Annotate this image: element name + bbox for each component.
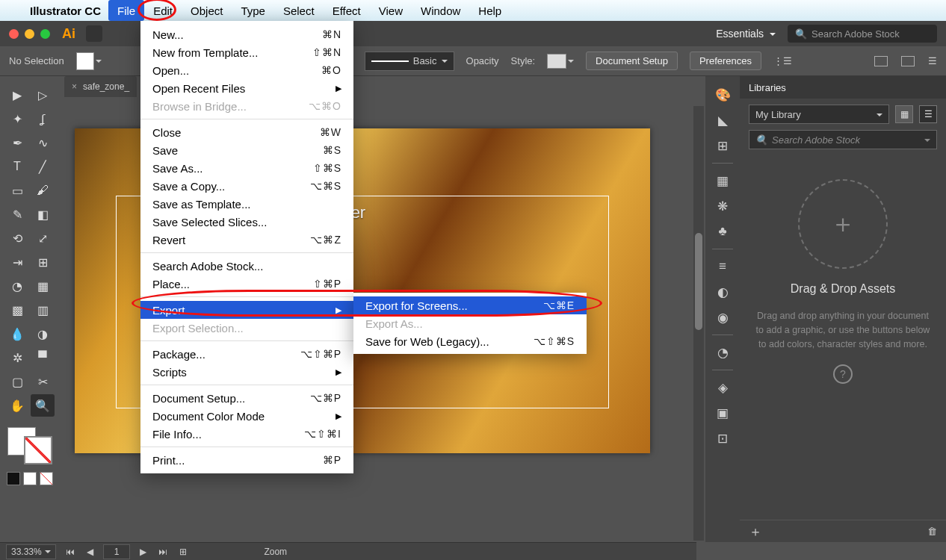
menu-view[interactable]: View [370, 0, 412, 21]
file-menu-export[interactable]: Export▶ [140, 301, 353, 319]
list-view-button[interactable]: ☰ [919, 105, 937, 123]
menu-effect[interactable]: Effect [324, 0, 370, 21]
help-icon[interactable]: ? [833, 364, 853, 384]
delete-button[interactable]: 🗑 [927, 526, 937, 537]
eyedropper-tool[interactable]: 💧 [5, 323, 29, 345]
file-menu-search-adobe-stock[interactable]: Search Adobe Stock... [140, 257, 353, 275]
shaper-tool[interactable]: ✎ [5, 203, 29, 225]
transparency-icon[interactable]: ◐ [711, 281, 734, 303]
file-menu-new-from-template[interactable]: New from Template...⇧⌘N [140, 43, 353, 61]
stroke-panel-icon[interactable]: ♣ [711, 220, 734, 243]
symbols-icon[interactable]: ❋ [711, 195, 734, 217]
file-menu-save-as[interactable]: Save As...⇧⌘S [140, 159, 353, 177]
file-menu-dropdown[interactable]: New...⌘NNew from Template...⇧⌘NOpen...⌘O… [140, 21, 353, 473]
line-tool[interactable]: ╱ [31, 155, 55, 178]
align-panel-icon[interactable] [901, 56, 915, 66]
file-menu-file-info[interactable]: File Info...⌥⇧⌘I [140, 425, 353, 443]
chevron-down-icon[interactable] [96, 55, 102, 66]
titlebar-button[interactable] [86, 25, 102, 42]
pen-tool[interactable]: ✒ [5, 131, 29, 154]
file-menu-save-as-template[interactable]: Save as Template... [140, 195, 353, 213]
maximize-icon[interactable] [40, 29, 50, 39]
list-icon[interactable]: ☰ [928, 55, 937, 66]
close-tab-icon[interactable]: × [72, 81, 77, 92]
direct-selection-tool[interactable]: ▷ [31, 84, 55, 106]
transform-icon[interactable] [874, 56, 888, 66]
artboards-icon[interactable]: ⊡ [711, 427, 734, 449]
type-tool[interactable]: T [5, 155, 29, 178]
file-menu-open-recent-files[interactable]: Open Recent Files▶ [140, 79, 353, 97]
chevron-down-icon[interactable] [568, 55, 574, 66]
rectangle-tool[interactable]: ▭ [5, 179, 29, 202]
scrollbar-thumb[interactable] [695, 233, 702, 330]
vertical-scrollbar[interactable] [693, 106, 704, 541]
rotate-tool[interactable]: ⟲ [5, 227, 29, 249]
first-artboard-button[interactable]: ⏮ [64, 547, 77, 557]
graphic-style-swatch[interactable] [547, 54, 566, 69]
close-icon[interactable] [9, 29, 19, 39]
lasso-tool[interactable]: ʆ [31, 108, 55, 130]
preferences-button[interactable]: Preferences [690, 52, 761, 70]
libraries-tab[interactable]: Libraries [740, 76, 946, 99]
file-menu-print[interactable]: Print...⌘P [140, 451, 353, 469]
artboard-nav-icon[interactable]: ⊞ [177, 547, 189, 557]
library-search[interactable]: 🔍 Search Adobe Stock [749, 130, 937, 149]
file-menu-close[interactable]: Close⌘W [140, 123, 353, 141]
symbol-sprayer-tool[interactable]: ✲ [5, 346, 29, 369]
export-submenu[interactable]: Export for Screens...⌥⌘EExport As...Save… [353, 293, 587, 354]
workspace-switcher[interactable]: Essentials [716, 28, 776, 40]
zoom-level[interactable]: 33.33% [6, 544, 56, 559]
document-setup-button[interactable]: Document Setup [586, 52, 678, 70]
file-menu-place[interactable]: Place...⇧⌘P [140, 275, 353, 293]
artboard-number[interactable]: 1 [103, 544, 131, 559]
menu-file[interactable]: File [108, 0, 144, 21]
appearance-icon[interactable]: ◉ [711, 306, 734, 329]
prev-artboard-button[interactable]: ◀ [84, 547, 96, 557]
file-menu-new[interactable]: New...⌘N [140, 25, 353, 43]
color-guide-icon[interactable]: ◣ [711, 109, 734, 131]
export-submenu-save-for-web-legacy[interactable]: Save for Web (Legacy)...⌥⇧⌘S [353, 332, 587, 350]
search-adobe-stock[interactable]: 🔍 Search Adobe Stock [788, 25, 937, 43]
paintbrush-tool[interactable]: 🖌 [31, 179, 55, 202]
add-content-button[interactable]: ＋ [749, 523, 762, 541]
fill-stroke-control[interactable] [7, 427, 52, 464]
layers-icon[interactable]: ◈ [711, 376, 734, 399]
graphic-styles-icon[interactable]: ◔ [711, 341, 734, 364]
document-tab[interactable]: × safe_zone_ [64, 76, 137, 97]
file-menu-package[interactable]: Package...⌥⇧⌘P [140, 345, 353, 363]
shape-builder-tool[interactable]: ◔ [5, 275, 29, 297]
draw-mode[interactable] [7, 472, 53, 485]
file-menu-document-setup[interactable]: Document Setup...⌥⌘P [140, 389, 353, 407]
magic-wand-tool[interactable]: ✦ [5, 108, 29, 130]
width-tool[interactable]: ⇥ [5, 251, 29, 273]
file-menu-save-a-copy[interactable]: Save a Copy...⌥⌘S [140, 177, 353, 195]
file-menu-document-color-mode[interactable]: Document Color Mode▶ [140, 407, 353, 425]
window-traffic-lights[interactable] [9, 29, 50, 39]
assets-drop-zone[interactable]: ＋ Drag & Drop Assets Drag and drop anyth… [740, 157, 946, 520]
brushes-icon[interactable]: ▦ [711, 169, 734, 192]
hand-tool[interactable]: ✋ [5, 394, 29, 417]
file-menu-scripts[interactable]: Scripts▶ [140, 363, 353, 381]
file-menu-save-selected-slices[interactable]: Save Selected Slices... [140, 213, 353, 231]
perspective-tool[interactable]: ▦ [31, 275, 55, 297]
free-transform-tool[interactable]: ⊞ [31, 251, 55, 273]
gradient-panel-icon[interactable]: ≡ [711, 255, 734, 278]
align-icon[interactable]: ⋮☰ [773, 55, 792, 66]
blend-tool[interactable]: ◑ [31, 323, 55, 345]
asset-export-icon[interactable]: ▣ [711, 402, 734, 424]
menu-window[interactable]: Window [412, 0, 469, 21]
minimize-icon[interactable] [25, 29, 34, 39]
color-panel-icon[interactable]: 🎨 [711, 84, 734, 106]
menu-help[interactable]: Help [469, 0, 510, 21]
selection-tool[interactable]: ▶ [5, 84, 29, 106]
slice-tool[interactable]: ✂ [31, 370, 55, 393]
mesh-tool[interactable]: ▩ [5, 299, 29, 321]
eraser-tool[interactable]: ◧ [31, 203, 55, 225]
gradient-tool[interactable]: ▥ [31, 299, 55, 321]
file-menu-save[interactable]: Save⌘S [140, 141, 353, 159]
zoom-tool[interactable]: 🔍 [31, 394, 55, 417]
curvature-tool[interactable]: ∿ [31, 131, 55, 154]
swatches-icon[interactable]: ⊞ [711, 134, 734, 157]
menu-select[interactable]: Select [274, 0, 324, 21]
menu-object[interactable]: Object [182, 0, 232, 21]
